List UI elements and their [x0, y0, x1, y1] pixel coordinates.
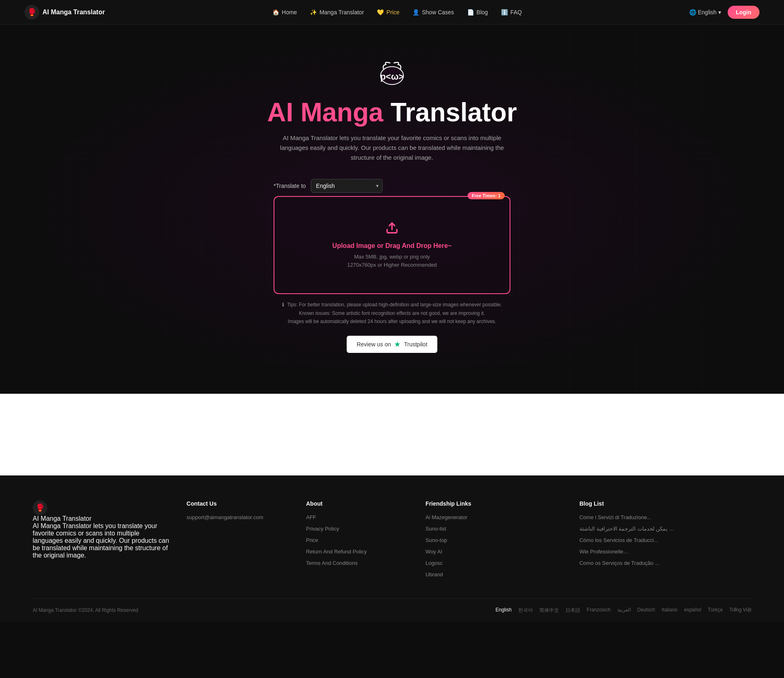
- navbar: 🥊 AI Manga Translator 🏠 Home ✨ Manga Tra…: [0, 0, 784, 25]
- translate-to-label: *Translate to: [274, 183, 306, 189]
- nav-link-show-cases[interactable]: 👤 Show Cases: [412, 9, 454, 16]
- hero-description: AI Manga Translator lets you translate y…: [278, 133, 506, 163]
- info-icon: ℹ: [282, 302, 284, 308]
- show-cases-icon: 👤: [412, 9, 419, 16]
- blog-icon: 📄: [467, 9, 474, 16]
- footer-lang-french[interactable]: Franzoisch: [587, 607, 611, 614]
- footer-lang-turkish[interactable]: Türkçe: [708, 607, 723, 614]
- footer-friendship-link-0[interactable]: Ai Mazegenerator: [425, 514, 468, 520]
- current-language: English: [698, 9, 717, 16]
- nav-item-show-cases[interactable]: 👤 Show Cases: [412, 9, 454, 16]
- tips-text: ℹ Tips: For better translation, please u…: [274, 301, 510, 326]
- footer-lang-spanish[interactable]: español: [684, 607, 701, 614]
- footer-contact-email[interactable]: support@aimangatranslator.com: [187, 514, 263, 520]
- language-dropdown[interactable]: English Japanese Chinese (Simplified) Ch…: [311, 179, 383, 193]
- footer-blog-link-1[interactable]: يمكن لخدمات الترجمة الاحترافية الناشئة .…: [579, 526, 674, 532]
- footer-contact-heading: Contact Us: [187, 500, 290, 507]
- footer-blog-link-4[interactable]: Como os Serviços de Tradução ...: [579, 560, 659, 566]
- trustpilot-name: Trustpilot: [404, 341, 427, 348]
- footer-about-link-refund[interactable]: Return And Refund Policy: [306, 549, 367, 555]
- footer-grid: 🥊 AI Manga Translator AI Manga Translato…: [33, 500, 751, 582]
- footer-blog-link-2[interactable]: Cómo los Servicios de Traducci...: [579, 537, 658, 543]
- translate-to-row: *Translate to English Japanese Chinese (…: [274, 179, 510, 193]
- chevron-down-icon: ▾: [718, 9, 721, 16]
- footer-brand-name: AI Manga Translator: [33, 515, 91, 522]
- footer-lang-korean[interactable]: 한국어: [518, 607, 533, 614]
- footer-friendship-link-2[interactable]: Suno-top: [425, 537, 447, 543]
- footer-lang-vietnamese[interactable]: Tiếng Việt: [729, 607, 751, 614]
- home-icon: 🏠: [272, 9, 279, 16]
- upload-hint: Max 5MB, jpg, webp or png only 1270x760p…: [291, 253, 493, 269]
- footer-friendship-heading: Friendship Links: [425, 500, 563, 507]
- trustpilot-review-label: Review us on: [356, 341, 391, 348]
- footer-copyright: AI Manga Translator ©2024. All Rights Re…: [33, 607, 138, 613]
- nav-link-blog[interactable]: 📄 Blog: [467, 9, 488, 16]
- footer-friendship-links: Ai Mazegenerator Suno-list Suno-top Woy …: [425, 513, 563, 578]
- nav-link-faq[interactable]: ℹ️ FAQ: [501, 9, 522, 16]
- footer-about-link-terms[interactable]: Terms And Conditions: [306, 560, 357, 566]
- hero-section: p<ω> AI Manga Translator AI Manga Transl…: [0, 25, 784, 394]
- language-selector[interactable]: 🌐 English ▾: [689, 9, 721, 16]
- nav-item-blog[interactable]: 📄 Blog: [467, 9, 488, 16]
- translate-form: *Translate to English Japanese Chinese (…: [274, 179, 510, 352]
- nav-link-price[interactable]: 💛 Price: [377, 9, 399, 16]
- footer-blog-heading: Blog List: [579, 500, 751, 507]
- footer-about-heading: About: [306, 500, 409, 507]
- language-dropdown-wrap: English Japanese Chinese (Simplified) Ch…: [311, 179, 383, 193]
- nav-logo[interactable]: 🥊 AI Manga Translator: [24, 5, 105, 20]
- hero-title-pink: AI Manga: [267, 98, 383, 127]
- upload-icon: [291, 221, 493, 237]
- faq-icon: ℹ️: [501, 9, 508, 16]
- footer: 🥊 AI Manga Translator AI Manga Translato…: [0, 475, 784, 622]
- footer-lang-italian[interactable]: Italiano: [662, 607, 678, 614]
- nav-link-home[interactable]: 🏠 Home: [272, 9, 297, 16]
- footer-friendship-link-5[interactable]: Ubrand: [425, 571, 443, 578]
- footer-contact-col: Contact Us support@aimangatranslator.com: [187, 500, 290, 582]
- footer-blog-link-3[interactable]: Wie Professionelle…: [579, 549, 629, 555]
- footer-friendship-link-3[interactable]: Woy AI: [425, 549, 442, 555]
- footer-logo-icon: 🥊: [33, 500, 47, 515]
- footer-about-links: AFF Privacy Policy Price Return And Refu…: [306, 513, 409, 566]
- nav-right: 🌐 English ▾ Login: [689, 6, 760, 19]
- footer-lang-chinese-simplified[interactable]: 简体中文: [539, 607, 559, 614]
- login-button[interactable]: Login: [728, 6, 760, 19]
- nav-link-manga-translator[interactable]: ✨ Manga Translator: [310, 9, 364, 16]
- middle-section: [0, 394, 784, 475]
- footer-friendship-link-4[interactable]: Logosc: [425, 560, 443, 566]
- free-times-badge: Free Times: 1: [468, 192, 505, 199]
- trustpilot-button[interactable]: Review us on ★ Trustpilot: [347, 336, 437, 353]
- upload-text: Upload Image or Drag And Drop Here~: [291, 242, 493, 250]
- footer-brand-desc: AI Manga Translator lets you translate y…: [33, 522, 170, 559]
- footer-about-col: About AFF Privacy Policy Price Return An…: [306, 500, 409, 582]
- footer-blog-link-0[interactable]: Come i Servizi di Traduzione...: [579, 514, 651, 520]
- nav-item-price[interactable]: 💛 Price: [377, 9, 399, 16]
- nav-item-manga-translator[interactable]: ✨ Manga Translator: [310, 9, 364, 16]
- nav-item-home[interactable]: 🏠 Home: [272, 9, 297, 16]
- trustpilot-star-icon: ★: [394, 340, 401, 349]
- footer-friendship-link-1[interactable]: Suno-list: [425, 526, 446, 532]
- footer-lang-arabic[interactable]: العربية: [617, 607, 631, 614]
- footer-blog-links: Come i Servizi di Traduzione... يمكن لخد…: [579, 513, 751, 566]
- footer-brand-col: 🥊 AI Manga Translator AI Manga Translato…: [33, 500, 170, 582]
- footer-about-link-privacy[interactable]: Privacy Policy: [306, 526, 339, 532]
- nav-logo-text: AI Manga Translator: [42, 9, 105, 16]
- footer-friendship-col: Friendship Links Ai Mazegenerator Suno-l…: [425, 500, 563, 582]
- nav-item-faq[interactable]: ℹ️ FAQ: [501, 9, 522, 16]
- hero-title: AI Manga Translator: [16, 98, 768, 127]
- tips-section: ℹ Tips: For better translation, please u…: [274, 301, 510, 326]
- upload-hint-line2: 1270x760px or Higher Recommended: [347, 262, 437, 268]
- footer-blog-col: Blog List Come i Servizi di Traduzione..…: [579, 500, 751, 582]
- footer-about-link-price[interactable]: Price: [306, 537, 318, 543]
- footer-about-link-aff[interactable]: AFF: [306, 514, 316, 520]
- footer-lang-english[interactable]: English: [495, 607, 511, 614]
- nav-logo-icon: 🥊: [24, 5, 39, 20]
- upload-hint-line1: Max 5MB, jpg, webp or png only: [354, 254, 430, 260]
- footer-bottom: AI Manga Translator ©2024. All Rights Re…: [33, 598, 751, 622]
- price-icon: 💛: [377, 9, 384, 16]
- upload-area[interactable]: Free Times: 1 Upload Image or Drag And D…: [274, 196, 510, 294]
- globe-icon: 🌐: [689, 9, 696, 16]
- hero-logo: p<ω>: [376, 57, 408, 90]
- footer-lang-german[interactable]: Deutsch: [637, 607, 655, 614]
- svg-text:p<ω>: p<ω>: [380, 71, 404, 82]
- footer-lang-japanese[interactable]: 日本語: [566, 607, 580, 614]
